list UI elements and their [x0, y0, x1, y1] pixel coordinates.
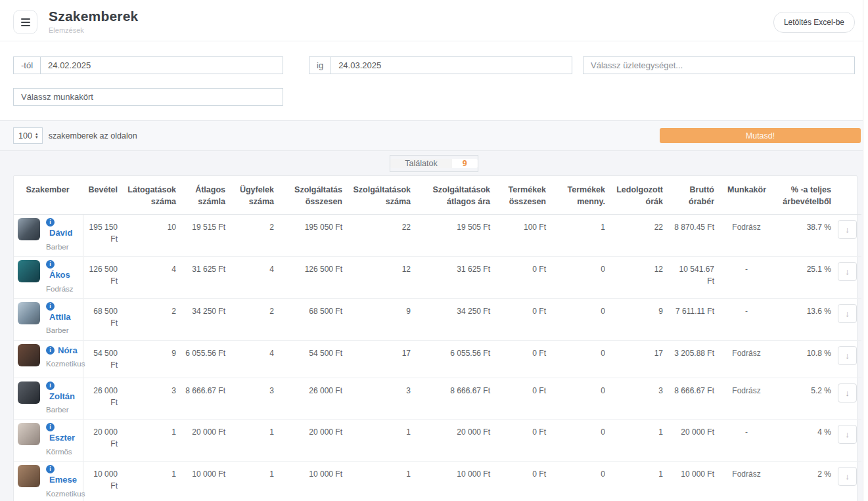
cell-average-receipt: 19 515 Ft — [183, 215, 232, 257]
cell-worked-hours: 1 — [612, 420, 670, 462]
cell-visits: 1 — [124, 420, 183, 462]
avatar — [18, 381, 40, 404]
business-unit-select[interactable] — [583, 56, 855, 74]
cell-services-count: 1 — [349, 462, 417, 501]
download-row-button[interactable]: ↓ — [838, 220, 857, 239]
info-icon[interactable]: i — [46, 381, 55, 390]
date-from-group: -tól — [13, 56, 283, 74]
cell-products-total: 0 Ft — [497, 462, 553, 501]
date-to-input[interactable] — [331, 57, 572, 74]
download-excel-button[interactable]: Letöltés Excel-be — [773, 12, 855, 33]
cell-average-receipt: 10 000 Ft — [183, 462, 232, 501]
cell-job: Fodrász — [721, 215, 776, 257]
professional-name-link[interactable]: Eszter — [49, 431, 75, 445]
cell-visits: 2 — [124, 298, 183, 340]
cell-average-receipt: 34 250 Ft — [183, 298, 232, 340]
cell-worked-hours: 9 — [612, 298, 670, 340]
info-icon[interactable]: i — [46, 346, 55, 355]
col-services-count: Szolgáltatások száma — [349, 176, 417, 215]
menu-button[interactable] — [13, 10, 37, 34]
info-icon[interactable]: i — [46, 260, 55, 269]
professional-role: Fodrász — [46, 284, 79, 295]
results-count-badge[interactable]: 9 — [452, 159, 478, 168]
cell-revenue-percent: 13.6 % — [776, 298, 838, 340]
cell-job: Fodrász — [721, 378, 776, 420]
professional-role: Barber — [46, 242, 79, 253]
download-row-button[interactable]: ↓ — [838, 383, 857, 403]
col-visits: Látogatások száma — [124, 176, 183, 215]
table-row: i Dávid Barber 195 150 Ft 10 19 515 Ft 2… — [14, 215, 861, 257]
cell-services-count: 1 — [349, 420, 417, 462]
col-services-average-price: Szolgáltatások átlagos ára — [417, 176, 497, 215]
table-row: i Emese Kozmetikus 10 000 Ft 1 10 000 Ft… — [14, 462, 861, 501]
hamburger-icon — [21, 18, 30, 20]
cell-revenue: 195 150 Ft — [83, 215, 124, 257]
cell-products-total: 0 Ft — [497, 257, 553, 299]
professional-role: Kozmetikus — [46, 359, 79, 370]
professional-name-link[interactable]: Attila — [49, 311, 71, 324]
cell-products-total: 0 Ft — [497, 378, 553, 420]
cell-visits: 1 — [124, 462, 183, 501]
col-actions — [838, 176, 861, 215]
professionals-table-card: Szakember Bevétel Látogatások száma Átla… — [13, 175, 857, 501]
table-row: i Ákos Fodrász 126 500 Ft 4 31 625 Ft 4 … — [14, 257, 861, 299]
cell-average-receipt: 20 000 Ft — [183, 420, 232, 462]
cell-services-average-price: 10 000 Ft — [417, 462, 497, 501]
cell-worked-hours: 12 — [612, 257, 670, 299]
download-icon: ↓ — [845, 429, 850, 439]
business-unit-input[interactable] — [583, 60, 854, 70]
cell-revenue: 20 000 Ft — [83, 420, 124, 462]
cell-visits: 10 — [124, 215, 183, 257]
cell-products-total: 0 Ft — [497, 298, 553, 340]
download-row-button[interactable]: ↓ — [838, 262, 857, 281]
job-input[interactable] — [14, 92, 283, 102]
info-icon[interactable]: i — [46, 302, 55, 311]
job-select[interactable] — [13, 88, 283, 106]
cell-gross-hourly: 20 000 Ft — [670, 420, 721, 462]
tab-results[interactable]: Találatok 9 — [390, 155, 478, 172]
info-icon[interactable]: i — [46, 423, 55, 431]
download-row-button[interactable]: ↓ — [838, 467, 857, 486]
select-spinner-icon: ▲▼ — [35, 133, 39, 139]
professional-name-link[interactable]: Emese — [49, 473, 77, 487]
avatar — [18, 218, 40, 240]
cell-clients: 4 — [232, 257, 281, 299]
avatar — [18, 465, 40, 487]
cell-products-qty: 0 — [553, 378, 612, 420]
cell-services-count: 22 — [349, 215, 417, 257]
professional-name-link[interactable]: Zoltán — [49, 390, 75, 403]
scrollbar-track[interactable] — [863, 0, 868, 501]
download-row-button[interactable]: ↓ — [838, 425, 857, 444]
show-button[interactable]: Mutasd! — [660, 128, 861, 143]
cell-job: - — [721, 257, 776, 299]
info-icon[interactable]: i — [46, 218, 55, 227]
download-row-button[interactable]: ↓ — [838, 304, 857, 323]
col-average-receipt: Átlagos számla — [183, 176, 232, 215]
professional-name-link[interactable]: Dávid — [49, 227, 72, 240]
col-products-total: Termékek összesen — [497, 176, 553, 215]
download-row-button[interactable]: ↓ — [838, 346, 857, 365]
cell-services-average-price: 8 666.67 Ft — [417, 378, 497, 420]
info-icon[interactable]: i — [46, 465, 55, 473]
cell-average-receipt: 6 055.56 Ft — [183, 340, 232, 378]
cell-clients: 2 — [232, 215, 281, 257]
per-page-select[interactable]: 100 ▲▼ — [13, 127, 43, 144]
cell-services-total: 68 500 Ft — [281, 298, 349, 340]
download-icon: ↓ — [845, 225, 850, 234]
professional-name-link[interactable]: Nóra — [58, 344, 78, 357]
cell-services-total: 54 500 Ft — [281, 340, 349, 378]
cell-revenue-percent: 25.1 % — [776, 257, 838, 299]
tab-results-label[interactable]: Találatok — [390, 159, 451, 168]
cell-products-total: 100 Ft — [497, 215, 553, 257]
professional-name-link[interactable]: Ákos — [49, 269, 70, 282]
cell-worked-hours: 17 — [612, 340, 670, 378]
cell-gross-hourly: 10 000 Ft — [670, 462, 721, 501]
col-worked-hours: Ledolgozott órák — [612, 176, 670, 215]
cell-revenue: 10 000 Ft — [83, 462, 124, 501]
professional-role: Kozmetikus — [46, 489, 79, 500]
date-from-input[interactable] — [41, 57, 283, 74]
col-gross-hourly: Bruttó órabér — [670, 176, 721, 215]
cell-revenue: 68 500 Ft — [83, 298, 124, 340]
table-row: i Attila Barber 68 500 Ft 2 34 250 Ft 2 … — [14, 298, 861, 340]
cell-gross-hourly: 10 541.67 Ft — [670, 257, 721, 299]
